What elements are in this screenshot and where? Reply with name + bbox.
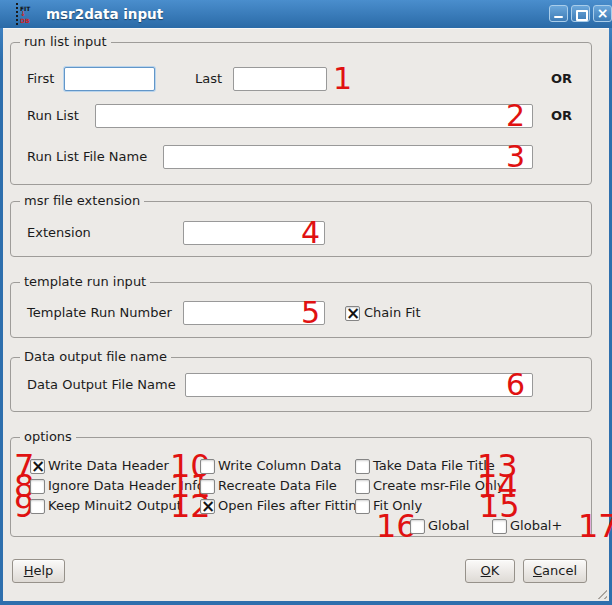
minimize-icon <box>554 16 563 18</box>
last-input[interactable] <box>233 67 327 91</box>
write-data-header-label[interactable]: Write Data Header <box>48 458 169 474</box>
checkbox-chain-fit[interactable] <box>345 306 360 321</box>
checkbox-create-msr-file-only[interactable] <box>355 479 370 494</box>
close-icon: × <box>594 6 611 21</box>
run-list-file-name-label: Run List File Name <box>27 149 147 165</box>
write-column-data-label[interactable]: Write Column Data <box>218 458 341 474</box>
data-output-file-name-input[interactable] <box>185 373 533 397</box>
first-label: First <box>27 71 54 87</box>
checkbox-take-data-file-title[interactable] <box>355 459 370 474</box>
maximize-button[interactable] <box>571 5 590 22</box>
data-output-file-name-label: Data Output File Name <box>27 377 176 393</box>
recreate-data-file-label[interactable]: Recreate Data File <box>218 478 337 494</box>
open-files-after-fitting-label[interactable]: Open Files after Fitting <box>218 498 365 514</box>
group-title-data-output-file-name: Data output file name <box>20 349 171 365</box>
help-button-mnemonic: H <box>24 563 34 578</box>
window-title: msr2data input <box>46 0 163 28</box>
keep-minuit2-output-label[interactable]: Keep Minuit2 Output <box>48 498 182 514</box>
run-list-input[interactable] <box>95 104 533 128</box>
checkbox-keep-minuit2-output[interactable] <box>30 499 45 514</box>
help-button-label: elp <box>33 563 53 578</box>
annotation-4: 4 <box>301 218 320 248</box>
cancel-button-label: ancel <box>542 563 577 578</box>
group-title-msr-file-extension: msr file extension <box>20 193 144 209</box>
ok-button[interactable]: OK <box>465 559 515 583</box>
run-list-label: Run List <box>27 108 79 124</box>
msr2data-app-icon: FIT ↓ DB <box>16 3 40 25</box>
checkbox-open-files-after-fitting[interactable] <box>200 499 215 514</box>
annotation-17: 17 <box>578 510 612 542</box>
checkbox-fit-only[interactable] <box>355 499 370 514</box>
cancel-button[interactable]: Cancel <box>523 559 587 583</box>
or-label-1: OR <box>551 71 572 87</box>
cancel-button-mnemonic: C <box>533 563 542 578</box>
ok-button-mnemonic: O <box>481 563 491 578</box>
checkbox-global[interactable] <box>410 519 425 534</box>
minimize-button[interactable] <box>549 5 568 22</box>
annotation-6: 6 <box>506 370 525 400</box>
annotation-5: 5 <box>301 298 320 328</box>
app-icon-db-text: DB <box>20 17 30 24</box>
group-title-options: options <box>20 429 76 445</box>
run-list-file-name-input[interactable] <box>163 145 533 169</box>
first-input[interactable] <box>64 67 155 91</box>
global-label[interactable]: Global <box>428 518 469 534</box>
last-label: Last <box>195 71 222 87</box>
or-label-2: OR <box>551 108 572 124</box>
annotation-3: 3 <box>506 142 525 172</box>
group-title-run-list-input: run list input <box>20 34 111 50</box>
maximize-icon <box>576 10 588 21</box>
close-button[interactable]: × <box>593 5 612 22</box>
extension-label: Extension <box>27 225 91 241</box>
checkbox-global-plus[interactable] <box>492 519 507 534</box>
chain-fit-label[interactable]: Chain Fit <box>364 305 421 321</box>
help-button[interactable]: Help <box>12 559 65 583</box>
titlebar[interactable]: FIT ↓ DB msr2data input × <box>0 0 612 28</box>
msr2data-dialog-window: FIT ↓ DB msr2data input × run list input… <box>0 0 612 605</box>
ok-button-label: K <box>491 563 500 578</box>
annotation-2: 2 <box>506 101 525 131</box>
annotation-1: 1 <box>333 64 352 94</box>
template-run-number-label: Template Run Number <box>27 305 172 321</box>
group-title-template-run-input: template run input <box>20 274 150 290</box>
global-plus-label[interactable]: Global+ <box>510 518 562 534</box>
